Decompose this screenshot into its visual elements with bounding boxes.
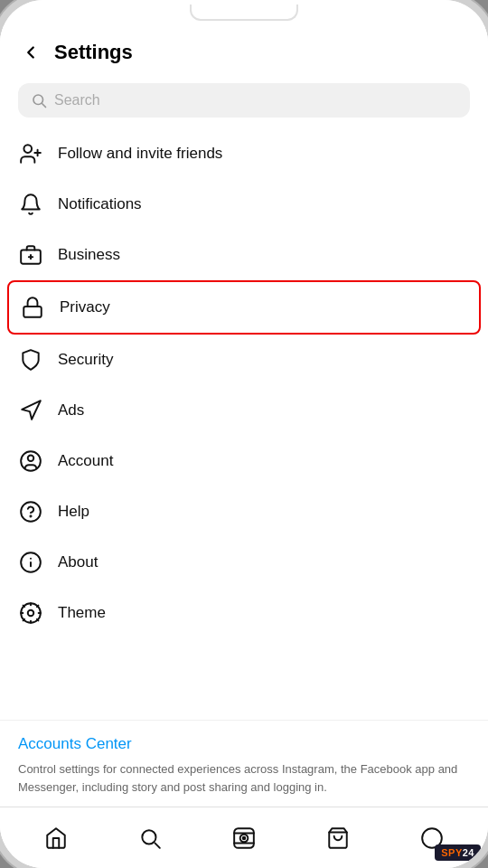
header: Settings [0,25,488,76]
search-icon [31,92,47,108]
sidebar-item-ads[interactable]: Ads [18,385,470,436]
spy-badge: SPY24 [435,844,481,861]
sidebar-item-account[interactable]: Account [18,436,470,486]
about-label: About [58,553,98,571]
ads-label: Ads [58,401,84,420]
svg-line-25 [37,606,39,608]
page-title: Settings [54,41,133,64]
sidebar-item-privacy[interactable]: Privacy [7,280,481,335]
sidebar-item-security[interactable]: Security [18,335,470,385]
bell-icon [18,192,43,217]
nav-search-button[interactable] [128,816,172,860]
theme-label: Theme [58,604,106,622]
sidebar-item-help[interactable]: Help [18,486,470,537]
accounts-center-section: Accounts Center Control settings for con… [0,720,488,807]
help-icon [18,499,43,524]
svg-point-12 [30,515,31,516]
person-add-icon [18,141,43,166]
svg-line-1 [42,104,46,108]
bottom-nav [0,807,488,868]
svg-point-17 [28,610,34,617]
lock-icon [20,295,45,320]
spy-text: SPY [441,847,463,858]
svg-line-27 [155,843,159,847]
shield-icon [18,347,43,373]
search-placeholder: Search [54,92,100,108]
notifications-label: Notifications [58,195,142,213]
svg-point-2 [23,145,32,153]
security-label: Security [58,351,113,369]
svg-line-21 [37,619,39,621]
spy-number: 24 [463,847,474,858]
svg-point-26 [142,830,155,844]
back-button[interactable] [14,36,47,69]
svg-point-10 [28,456,34,462]
accounts-center-description: Control settings for connected experienc… [18,760,470,796]
sidebar-item-business[interactable]: Business [18,230,470,280]
svg-rect-8 [23,307,42,317]
search-box[interactable]: Search [18,83,470,118]
nav-home-button[interactable] [34,816,78,860]
sidebar-item-about[interactable]: About [18,537,470,588]
account-label: Account [58,452,113,470]
business-label: Business [58,246,120,264]
nav-reels-button[interactable] [222,816,266,860]
svg-line-24 [23,619,25,621]
megaphone-icon [18,398,43,423]
svg-point-0 [33,95,43,105]
account-circle-icon [18,448,43,474]
sidebar-item-follow[interactable]: Follow and invite friends [18,128,470,179]
search-container: Search [0,76,488,128]
sidebar-item-theme[interactable]: Theme [18,588,470,638]
business-icon [18,242,43,268]
help-label: Help [58,503,89,521]
svg-point-11 [21,502,41,522]
theme-icon [18,600,43,626]
svg-point-30 [243,836,246,839]
svg-line-20 [23,606,25,608]
sidebar-item-notifications[interactable]: Notifications [18,179,470,230]
nav-shop-button[interactable] [316,816,360,860]
follow-label: Follow and invite friends [58,145,222,163]
accounts-center-link[interactable]: Accounts Center [18,735,470,753]
info-icon [18,550,43,575]
privacy-label: Privacy [60,298,110,316]
menu-list: Follow and invite friends Notifications [0,128,488,716]
